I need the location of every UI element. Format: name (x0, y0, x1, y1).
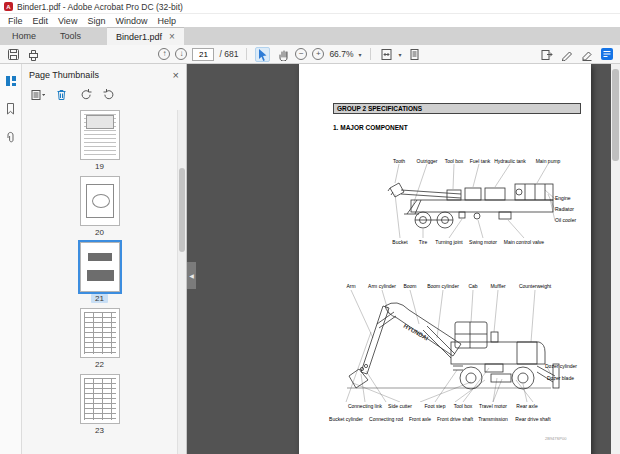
part-label: Outrigger (417, 158, 438, 164)
menu-help[interactable]: Help (152, 16, 181, 26)
panel-close-icon[interactable]: × (173, 69, 179, 81)
part-label: Boom cylinder (427, 283, 459, 289)
print-icon[interactable] (26, 47, 41, 62)
zoom-dropdown-icon[interactable]: ▾ (359, 51, 362, 58)
part-label: Oil cooler (555, 217, 576, 223)
hand-tool-icon[interactable] (275, 47, 290, 62)
panel-title: Page Thumbnails (29, 70, 99, 80)
part-label: Connecting link (348, 403, 382, 409)
thumbnail-page-20[interactable]: 20 (80, 176, 120, 237)
part-label: Hydraulic tank (494, 158, 526, 164)
export-pdf-icon[interactable] (539, 47, 554, 62)
part-label: Muffler (490, 283, 505, 289)
document-tab-label: Binder1.pdf (116, 32, 162, 42)
part-label: Tool box (445, 158, 464, 164)
diagram-overhead-view (387, 164, 567, 238)
menu-view[interactable]: View (53, 16, 82, 26)
tab-document[interactable]: Binder1.pdf × (107, 27, 184, 45)
document-scrollbar[interactable] (611, 64, 620, 454)
section-title: 1. MAJOR COMPONENT (333, 124, 408, 131)
part-label: Radiator (555, 206, 574, 212)
part-label: Transmission (478, 416, 508, 422)
bookmarks-icon[interactable] (3, 101, 18, 116)
next-page-icon[interactable]: ↓ (175, 48, 187, 60)
page-view-icon[interactable] (407, 47, 422, 62)
rotate-right-icon[interactable] (102, 87, 117, 102)
thumbnail-page-19[interactable]: 19 (80, 110, 120, 171)
panel-scrollbar-thumb[interactable] (179, 168, 185, 252)
part-label: Tool box (454, 403, 473, 409)
thumbnail-preview[interactable] (80, 374, 120, 424)
fit-options-icon[interactable]: ▾ (399, 51, 402, 58)
group-header: GROUP 2 SPECIFICATIONS (333, 103, 581, 114)
panel-header: Page Thumbnails × (22, 64, 186, 85)
tab-close-icon[interactable]: × (169, 32, 175, 42)
menu-sign[interactable]: Sign (82, 16, 110, 26)
part-label: Arm cylinder (368, 283, 396, 289)
menu-file[interactable]: File (3, 16, 28, 26)
part-label: Side cutter (388, 403, 412, 409)
thumbnail-number: 21 (91, 294, 108, 303)
part-label: Swing motor (469, 239, 497, 245)
fit-width-icon[interactable] (379, 47, 394, 62)
more-tools-icon[interactable] (599, 47, 614, 62)
select-tool-icon[interactable] (255, 47, 270, 62)
part-label: Tooth (393, 158, 405, 164)
part-label: Cab (468, 283, 477, 289)
thumbnail-preview[interactable] (80, 242, 120, 292)
zoom-out-icon[interactable]: − (295, 48, 307, 60)
thumbnail-preview[interactable] (80, 308, 120, 358)
thumbnail-preview[interactable] (80, 110, 120, 160)
menu-window[interactable]: Window (110, 16, 152, 26)
acrobat-logo-icon: A (4, 2, 13, 11)
diagram-side-view: HYUNDAI (339, 290, 567, 402)
delete-pages-icon[interactable] (54, 87, 69, 102)
part-label: Travel motor (479, 403, 507, 409)
thumbnail-number: 19 (91, 162, 108, 171)
page-thumbnails-icon[interactable] (3, 73, 18, 88)
fill-sign-icon[interactable] (579, 47, 594, 62)
thumbnail-number: 20 (91, 228, 108, 237)
panel-collapse-button[interactable]: ◀ (187, 262, 196, 289)
thumbnail-preview[interactable] (80, 176, 120, 226)
part-label: Dozer cylinder (545, 363, 577, 369)
part-label: Bucket cylinder (329, 416, 363, 422)
part-label: Tire (419, 239, 427, 245)
part-label: Front drive shaft (437, 416, 473, 422)
tab-tools[interactable]: Tools (48, 27, 93, 45)
thumbnail-page-22[interactable]: 22 (80, 308, 120, 369)
main-area: Page Thumbnails × 1920212223 ◀ GROUP 2 S (0, 64, 620, 454)
tab-bar: Home Tools Binder1.pdf × (0, 27, 620, 45)
part-label: Fuel tank (470, 158, 491, 164)
part-label: Dozer blade (547, 375, 574, 381)
window-title: Binder1.pdf - Adobe Acrobat Pro DC (32-b… (17, 2, 183, 12)
panel-toolbar (22, 85, 186, 104)
attachments-icon[interactable] (3, 129, 18, 144)
thumbnail-options-icon[interactable] (30, 87, 45, 102)
part-label: Foot step (425, 403, 446, 409)
thumbnail-number: 23 (91, 426, 108, 435)
part-label: Front axle (409, 416, 431, 422)
previous-page-icon[interactable]: ↑ (158, 48, 170, 60)
zoom-level[interactable]: 66.7% (329, 49, 353, 59)
menu-edit[interactable]: Edit (28, 16, 54, 26)
pdf-page: GROUP 2 SPECIFICATIONS 1. MAJOR COMPONEN… (299, 64, 591, 454)
zoom-in-icon[interactable]: + (312, 48, 324, 60)
part-label: Rear axle (516, 403, 537, 409)
part-label: Rear drive shaft (515, 416, 550, 422)
part-label: Counterweight (519, 283, 551, 289)
page-number-input[interactable] (192, 48, 214, 61)
panel-scrollbar[interactable] (177, 110, 186, 454)
edit-pen-icon[interactable] (559, 47, 574, 62)
rotate-left-icon[interactable] (78, 87, 93, 102)
tab-home[interactable]: Home (0, 27, 48, 45)
title-bar: A Binder1.pdf - Adobe Acrobat Pro DC (32… (0, 0, 620, 14)
menu-bar: FileEditViewSignWindowHelp (0, 14, 620, 27)
save-icon[interactable] (6, 47, 21, 62)
thumbnail-page-21[interactable]: 21 (80, 242, 120, 303)
document-scrollbar-thumb[interactable] (612, 69, 619, 161)
part-label: Main pump (536, 158, 561, 164)
thumbnail-page-23[interactable]: 23 (80, 374, 120, 435)
page-total: / 681 (219, 49, 238, 59)
thumbnail-number: 22 (91, 360, 108, 369)
